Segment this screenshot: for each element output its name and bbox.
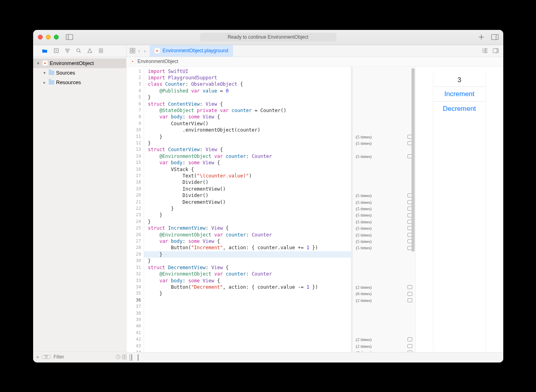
editor-tab[interactable]: EnvironmentObject.playground [150,45,233,57]
increment-button[interactable]: Increment [433,87,485,101]
svg-rect-21 [133,48,135,50]
counter-value: 3 [433,74,485,87]
result-row[interactable]: (5 times) [356,232,412,238]
result-row[interactable]: (2 times) [356,284,412,290]
editor-options-icon[interactable] [482,48,487,53]
result-row[interactable]: (5 times) [356,212,412,218]
swift-file-icon [131,59,135,64]
related-items-icon[interactable] [130,48,135,53]
svg-line-15 [79,51,81,53]
result-row[interactable]: (2 times) [356,343,412,349]
source-editor[interactable]: 1234567891011121314151617181920212223242… [127,67,415,352]
tree-item-sources[interactable]: ▾ Sources [33,68,126,78]
svg-rect-20 [130,48,132,50]
recent-filter-icon[interactable] [116,355,121,359]
tree-root-label: EnvironmentObject [50,60,94,66]
toggle-sidebar-button[interactable] [66,34,73,40]
toggle-debug-console-button[interactable] [131,355,132,360]
zoom-button[interactable] [54,35,59,39]
close-button[interactable] [38,35,43,39]
result-row[interactable]: (6 times) [356,290,412,297]
result-row[interactable]: (2 times) [356,349,412,352]
add-button[interactable] [479,34,484,40]
folder-icon [48,70,55,76]
results-sidebar: (5 times)(5 times) (5 times) (5 times)(5… [351,67,415,352]
source-control-navigator-icon[interactable] [54,48,59,53]
adjust-editor-icon[interactable] [493,48,498,53]
filter-scope-button[interactable] [42,355,51,359]
result-row[interactable]: (5 times) [356,244,412,251]
result-row[interactable]: (5 times) [356,140,412,146]
svg-rect-4 [491,35,498,40]
scrollbar[interactable] [409,67,415,352]
disclosure-icon[interactable]: ▸ [43,80,47,85]
decrement-button[interactable]: Decrement [433,102,485,116]
scroll-thumb[interactable] [411,68,415,252]
result-row[interactable]: (5 times) [356,153,412,160]
svg-rect-30 [496,49,498,53]
toggle-variables-view-button[interactable] [138,355,138,360]
result-row[interactable]: (5 times) [356,134,412,140]
result-row[interactable]: (5 times) [356,238,412,244]
swift-file-icon [42,60,48,67]
symbol-navigator-icon[interactable] [65,48,70,53]
nav-back-button[interactable]: ‹ [138,48,140,54]
filter-input[interactable] [53,354,113,360]
result-row[interactable]: (5 times) [356,225,412,231]
result-row[interactable]: (2 times) [356,297,412,303]
add-file-button[interactable]: + [36,354,40,360]
find-navigator-icon[interactable] [76,48,81,53]
svg-point-14 [77,49,80,52]
tree-item-label: Resources [56,79,81,85]
titlebar: Ready to continue EnvironmentObject [33,30,503,45]
svg-rect-22 [130,51,132,53]
breadcrumb-item: EnvironmentObject [138,59,178,64]
result-row[interactable]: (5 times) [356,219,412,225]
result-row[interactable]: (5 times) [356,205,412,212]
issue-navigator-icon[interactable] [87,48,92,53]
navigator-toolbar: ‹ › EnvironmentObject.playground [33,45,503,57]
tree-item-label: Sources [56,70,75,76]
traffic-lights [38,35,59,39]
preview-card: 3 Increment Decrement [433,71,485,352]
swift-file-icon [154,48,160,53]
disclosure-icon[interactable]: ▾ [36,61,40,65]
svg-rect-0 [66,35,73,40]
code-content[interactable]: import SwiftUIimport PlaygroundSupportcl… [144,67,351,352]
result-row[interactable]: (5 times) [356,199,412,205]
breadcrumb[interactable]: EnvironmentObject [127,57,503,67]
live-view-canvas: 3 Increment Decrement [415,67,503,352]
result-row[interactable]: (2 times) [356,336,412,343]
minimize-button[interactable] [46,35,51,39]
folder-icon [48,79,55,86]
navigator-footer: + [33,351,126,362]
xcode-window: Ready to continue EnvironmentObject ‹ › … [33,30,503,362]
svg-rect-23 [133,51,135,53]
tree-item-resources[interactable]: ▸ Resources [33,78,126,87]
library-button[interactable] [491,34,498,40]
disclosure-icon[interactable]: ▾ [43,71,47,75]
status-bar: Ready to continue EnvironmentObject [200,33,336,41]
nav-forward-button[interactable]: › [144,48,146,54]
result-row[interactable]: (5 times) [356,192,412,199]
line-gutter: 1234567891011121314151617181920212223242… [127,67,144,352]
project-navigator-icon[interactable] [42,48,47,53]
editor-tab-label: EnvironmentObject.playground [162,48,228,53]
project-navigator: ▾ EnvironmentObject ▾ Sources ▸ Resource… [33,57,127,362]
test-navigator-icon[interactable] [99,48,103,53]
debug-bar [127,352,503,362]
editor-area: EnvironmentObject 1234567891011121314151… [127,57,503,362]
tree-root[interactable]: ▾ EnvironmentObject [33,59,126,68]
